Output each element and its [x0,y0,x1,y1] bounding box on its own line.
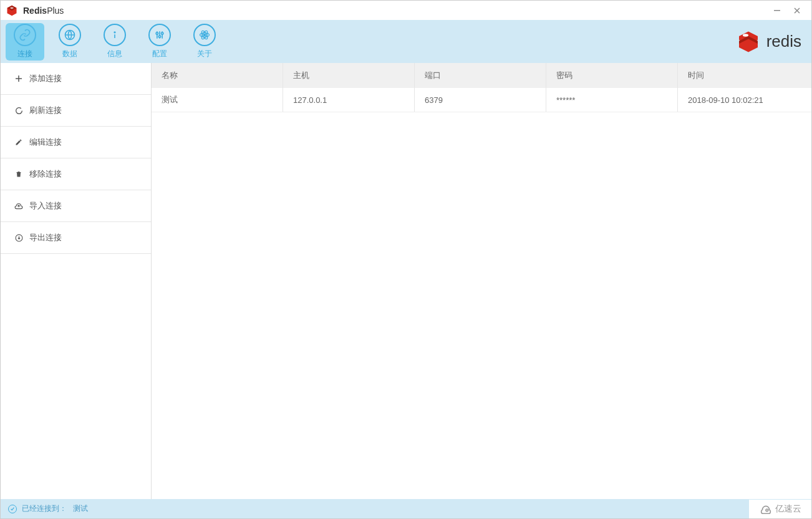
pencil-icon [14,138,23,147]
toolbar-item-config[interactable]: 配置 [140,23,179,61]
svg-point-5 [156,32,158,34]
brand-text: redis [766,32,801,51]
toolbar-label: 关于 [197,49,212,59]
sidebar-item-label: 刷新连接 [29,105,62,116]
sidebar-item-remove[interactable]: 移除连接 [1,158,151,190]
th-time[interactable]: 时间 [678,63,811,88]
sliders-icon [148,24,171,46]
app-logo-icon [6,4,18,17]
td-name: 测试 [152,88,283,112]
statusbar: 已经连接到： 测试 亿速云 [1,499,811,518]
check-icon [8,505,17,513]
globe-icon [59,24,81,46]
refresh-icon [14,106,23,115]
td-host: 127.0.0.1 [283,88,415,112]
sidebar-item-edit[interactable]: 编辑连接 [1,127,151,158]
minimize-button[interactable] [771,5,783,16]
sidebar-item-export[interactable]: 导出连接 [1,222,151,254]
svg-rect-0 [774,10,780,11]
titlebar: RedisPlus [1,1,811,20]
status-connection: 测试 [73,503,88,514]
toolbar-item-about[interactable]: 关于 [185,23,224,61]
th-name[interactable]: 名称 [152,63,283,88]
info-icon [104,24,126,46]
toolbar-item-connect[interactable]: 连接 [6,23,44,61]
toolbar-item-data[interactable]: 数据 [51,23,89,61]
sidebar-item-refresh[interactable]: 刷新连接 [1,95,151,127]
svg-point-9 [162,32,163,34]
toolbar-label: 连接 [17,49,32,59]
sidebar-item-label: 导入连接 [29,200,62,211]
svg-point-2 [114,32,115,33]
sidebar-item-label: 编辑连接 [29,137,62,148]
th-host[interactable]: 主机 [283,63,415,88]
sidebar-item-import[interactable]: 导入连接 [1,190,151,222]
td-port: 6379 [415,88,546,112]
plus-icon [14,74,23,83]
svg-point-7 [158,36,160,37]
brand-logo: redis [735,31,801,53]
sidebar-item-label: 添加连接 [29,73,62,84]
toolbar-item-info[interactable]: 信息 [95,23,134,61]
toolbar-label: 数据 [62,49,77,59]
sidebar-item-label: 导出连接 [29,232,62,243]
watermark-text: 亿速云 [775,503,801,515]
table-header: 名称 主机 端口 密码 时间 [152,63,811,88]
td-password: ****** [546,88,678,112]
main: 添加连接 刷新连接 编辑连接 移除连接 导入连接 [1,63,811,499]
toolbar-label: 信息 [107,49,122,59]
sidebar-item-label: 移除连接 [29,168,62,180]
toolbar-label: 配置 [152,49,167,59]
app-title: RedisPlus [23,6,64,16]
window-controls [771,5,806,16]
trash-icon [14,170,23,178]
th-port[interactable]: 端口 [415,63,546,88]
th-password[interactable]: 密码 [546,63,678,88]
watermark: 亿速云 [749,500,811,518]
close-button[interactable] [791,5,803,16]
status-text: 已经连接到： [22,503,67,514]
cloud-up-icon [14,201,23,210]
link-icon [14,24,36,46]
svg-point-16 [766,509,768,512]
content: 名称 主机 端口 密码 时间 测试 127.0.0.1 6379 ****** … [152,63,811,499]
download-icon [14,233,23,242]
td-time: 2018-09-10 10:02:21 [678,88,811,112]
sidebar-item-add[interactable]: 添加连接 [1,63,151,95]
table-row[interactable]: 测试 127.0.0.1 6379 ****** 2018-09-10 10:0… [152,88,811,112]
svg-point-10 [203,34,205,36]
atom-icon [193,24,216,46]
sidebar: 添加连接 刷新连接 编辑连接 移除连接 导入连接 [1,63,152,499]
toolbar: 连接 数据 信息 配置 [1,20,811,63]
svg-point-14 [743,34,748,37]
